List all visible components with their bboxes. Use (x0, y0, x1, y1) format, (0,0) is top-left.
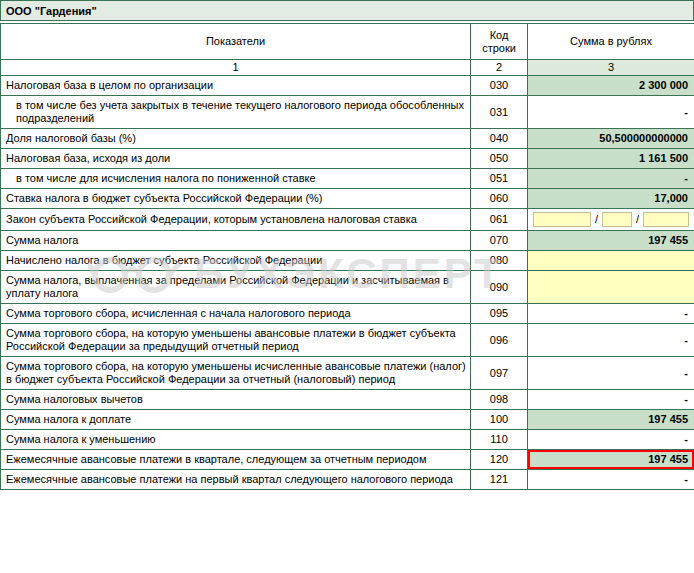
table-row: Сумма торгового сбора, на которую уменьш… (1, 324, 694, 357)
amount-cell[interactable]: 50,500000000000 (528, 129, 694, 149)
table-row: Сумма налога к уменьшению110- (1, 430, 694, 450)
table-row: Налоговая база, исходя из доли0501 161 5… (1, 149, 694, 169)
table-row: Доля налоговой базы (%)04050,50000000000… (1, 129, 694, 149)
table-row: Сумма налога к доплате100197 455 (1, 410, 694, 430)
indicator-cell: Начислено налога в бюджет субъекта Росси… (1, 251, 471, 271)
indicator-cell: Закон субъекта Российской Федерации, кот… (1, 209, 471, 231)
table-row: Сумма налога070197 455 (1, 231, 694, 251)
law-field-input[interactable] (602, 212, 632, 227)
indicator-cell: Доля налоговой базы (%) (1, 129, 471, 149)
line-code-cell: 060 (471, 189, 528, 209)
column-number-row: 1 2 3 (1, 60, 694, 76)
amount-cell[interactable]: 197 455 (528, 231, 694, 251)
indicator-cell: Сумма торгового сбора, исчисленная с нач… (1, 304, 471, 324)
indicator-cell: Сумма налога (1, 231, 471, 251)
law-field-input[interactable] (533, 212, 591, 227)
line-code-cell: 051 (471, 169, 528, 189)
line-code-cell: 100 (471, 410, 528, 430)
line-code-cell: 050 (471, 149, 528, 169)
slash-separator: / (636, 213, 639, 226)
line-code-cell: 095 (471, 304, 528, 324)
table-row: Сумма налоговых вычетов098- (1, 390, 694, 410)
amount-cell[interactable]: 17,000 (528, 189, 694, 209)
indicator-cell: Сумма налога к уменьшению (1, 430, 471, 450)
amount-cell[interactable]: - (528, 357, 694, 390)
table-row: Закон субъекта Российской Федерации, кот… (1, 209, 694, 231)
table-row: Сумма налога, выплаченная за пределами Р… (1, 271, 694, 304)
table-row: Сумма торгового сбора, на которую уменьш… (1, 357, 694, 390)
amount-cell[interactable]: - (528, 96, 694, 129)
table-row: Налоговая база в целом по организации030… (1, 76, 694, 96)
tax-declaration-table: Показатели Код строки Сумма в рублях 1 2… (0, 23, 694, 490)
col-header-amount-rubles: Сумма в рублях (528, 24, 694, 60)
amount-cell[interactable]: 2 300 000 (528, 76, 694, 96)
table-header-row: Показатели Код строки Сумма в рублях (1, 24, 694, 60)
amount-cell[interactable]: // (528, 209, 694, 231)
amount-cell[interactable]: - (528, 169, 694, 189)
line-code-cell: 080 (471, 251, 528, 271)
amount-cell[interactable]: - (528, 324, 694, 357)
amount-cell[interactable]: 197 455 (528, 450, 694, 470)
col-header-indicators: Показатели (1, 24, 471, 60)
form-window: ООО "Гардения" Показатели Код строки Сум… (0, 0, 694, 573)
table-row: Сумма торгового сбора, исчисленная с нач… (1, 304, 694, 324)
table-row: в том числе без учета закрытых в течение… (1, 96, 694, 129)
line-code-cell: 090 (471, 271, 528, 304)
indicator-cell: Налоговая база в целом по организации (1, 76, 471, 96)
law-fields-group: // (533, 212, 689, 227)
indicator-cell: Сумма торгового сбора, на которую уменьш… (1, 357, 471, 390)
table-row: Ставка налога в бюджет субъекта Российск… (1, 189, 694, 209)
line-code-cell: 120 (471, 450, 528, 470)
line-code-cell: 061 (471, 209, 528, 231)
indicator-cell: Ежемесячные авансовые платежи на первый … (1, 470, 471, 490)
amount-cell[interactable]: 1 161 500 (528, 149, 694, 169)
indicator-cell: Сумма налога к доплате (1, 410, 471, 430)
line-code-cell: 121 (471, 470, 528, 490)
line-code-cell: 110 (471, 430, 528, 450)
col-number-1: 1 (1, 60, 471, 76)
col-number-3: 3 (528, 60, 694, 76)
line-code-cell: 030 (471, 76, 528, 96)
col-number-2: 2 (471, 60, 528, 76)
table-row: Начислено налога в бюджет субъекта Росси… (1, 251, 694, 271)
amount-cell[interactable]: - (528, 304, 694, 324)
indicator-cell: Налоговая база, исходя из доли (1, 149, 471, 169)
indicator-cell: Сумма налоговых вычетов (1, 390, 471, 410)
indicator-cell: Сумма налога, выплаченная за пределами Р… (1, 271, 471, 304)
amount-cell[interactable] (528, 251, 694, 271)
line-code-cell: 097 (471, 357, 528, 390)
indicator-cell: Ставка налога в бюджет субъекта Российск… (1, 189, 471, 209)
line-code-cell: 070 (471, 231, 528, 251)
indicator-cell: Ежемесячные авансовые платежи в квартале… (1, 450, 471, 470)
line-code-cell: 031 (471, 96, 528, 129)
amount-cell[interactable]: - (528, 470, 694, 490)
col-header-line-code: Код строки (471, 24, 528, 60)
line-code-cell: 040 (471, 129, 528, 149)
table-row: Ежемесячные авансовые платежи в квартале… (1, 450, 694, 470)
law-field-input[interactable] (643, 212, 689, 227)
organization-title: ООО "Гардения" (0, 0, 694, 21)
indicator-cell: в том числе для исчисления налога по пон… (1, 169, 471, 189)
line-code-cell: 098 (471, 390, 528, 410)
amount-cell[interactable] (528, 271, 694, 304)
table-row: Ежемесячные авансовые платежи на первый … (1, 470, 694, 490)
indicator-cell: Сумма торгового сбора, на которую уменьш… (1, 324, 471, 357)
table-row: в том числе для исчисления налога по пон… (1, 169, 694, 189)
amount-cell[interactable]: - (528, 430, 694, 450)
amount-cell[interactable]: - (528, 390, 694, 410)
line-code-cell: 096 (471, 324, 528, 357)
amount-cell[interactable]: 197 455 (528, 410, 694, 430)
table-body: Налоговая база в целом по организации030… (1, 76, 694, 490)
indicator-cell: в том числе без учета закрытых в течение… (1, 96, 471, 129)
slash-separator: / (595, 213, 598, 226)
